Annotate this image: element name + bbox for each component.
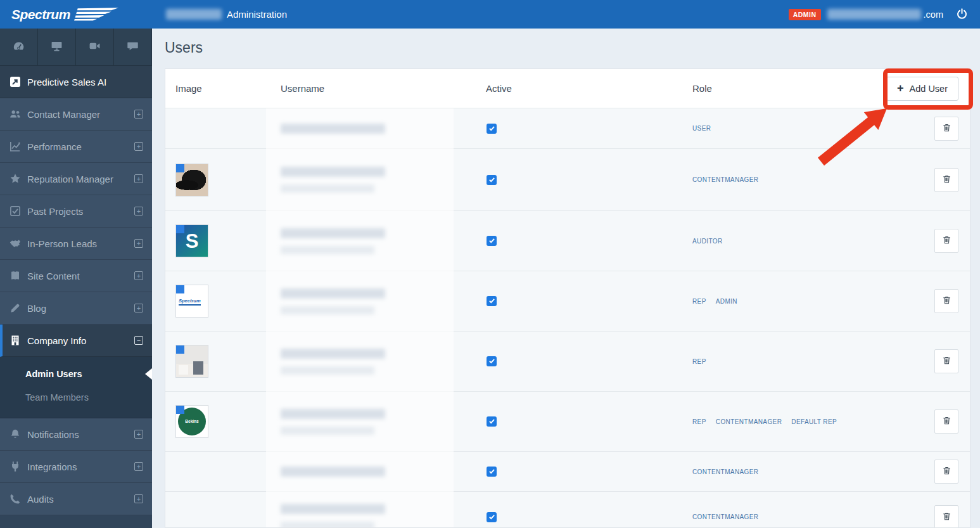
role-badge: AUDITOR — [692, 238, 723, 245]
sidebar-tab-video-camera[interactable] — [76, 29, 114, 65]
sidebar-tab-desktop[interactable] — [38, 29, 76, 65]
star-icon — [9, 172, 22, 185]
expand-plus-icon[interactable]: + — [134, 142, 143, 151]
sidebar-subitem-team-members[interactable]: Team Members — [0, 385, 152, 409]
thumbnail-corner-badge — [176, 406, 184, 414]
expand-plus-icon[interactable]: + — [134, 304, 143, 312]
user-image-s-logo[interactable]: S — [175, 224, 208, 257]
image-cell: S — [165, 224, 281, 257]
expand-plus-icon[interactable]: + — [134, 207, 143, 216]
trash-icon — [942, 512, 951, 523]
active-cell — [486, 124, 692, 134]
sidebar-item-past-projects[interactable]: Past Projects+ — [0, 195, 152, 228]
username-cell — [281, 409, 486, 435]
username-redacted — [281, 228, 385, 254]
sidebar-item-in-person-leads[interactable]: In-Person Leads+ — [0, 228, 152, 260]
delete-user-button[interactable] — [934, 289, 958, 313]
power-icon — [957, 8, 967, 21]
sidebar-item-performance[interactable]: Performance+ — [0, 131, 152, 163]
role-cell: USER — [692, 125, 875, 132]
phone-icon — [9, 493, 22, 505]
delete-user-button[interactable] — [934, 505, 958, 528]
trash-icon — [942, 466, 951, 477]
delete-user-button[interactable] — [934, 229, 958, 253]
sidebar-item-predictive-sales-ai[interactable]: Predictive Sales AI — [0, 66, 152, 98]
role-cell: CONTENTMANAGER — [692, 513, 875, 520]
column-header-active: Active — [486, 83, 692, 94]
active-cell — [486, 512, 692, 522]
logout-power-button[interactable] — [953, 6, 970, 23]
active-checkbox[interactable] — [487, 356, 497, 366]
sidebar-item-contact-manager[interactable]: Contact Manager+ — [0, 98, 152, 131]
username-redacted — [281, 409, 385, 435]
expand-plus-icon[interactable]: + — [134, 430, 143, 439]
sidebar-item-audits[interactable]: Audits+ — [0, 483, 152, 515]
role-badge: CONTENTMANAGER — [692, 468, 759, 475]
username-cell — [281, 124, 486, 134]
active-checkbox[interactable] — [487, 175, 497, 185]
active-checkbox[interactable] — [487, 124, 497, 134]
expand-plus-icon[interactable]: + — [134, 174, 143, 183]
sidebar-item-label: Site Content — [27, 271, 80, 281]
active-checkbox[interactable] — [487, 512, 497, 522]
delete-user-button[interactable] — [934, 117, 958, 141]
role-badge: CONTENTMANAGER — [692, 176, 759, 183]
table-row: BekinsREPCONTENTMANAGERDEFAULT REP — [165, 392, 970, 452]
sidebar-tab-dashboard[interactable] — [0, 29, 38, 65]
sidebar-item-notifications[interactable]: Notifications+ — [0, 418, 152, 451]
sidebar-item-company-info[interactable]: Company Info− — [0, 325, 152, 357]
expand-plus-icon[interactable]: + — [134, 110, 143, 119]
sidebar: Predictive Sales AIContact Manager+Perfo… — [0, 29, 152, 528]
sidebar-item-reputation-manager[interactable]: Reputation Manager+ — [0, 163, 152, 195]
active-item-caret-icon — [145, 368, 152, 380]
expand-plus-icon[interactable]: + — [134, 494, 143, 503]
expand-plus-icon[interactable]: + — [134, 271, 143, 280]
admin-app: Spectrum Administration ADMIN .com — [0, 0, 980, 528]
sidebar-item-label: Performance — [27, 141, 82, 152]
user-image-bekins-badge[interactable]: Bekins — [175, 405, 208, 438]
thumbnail-corner-badge — [176, 345, 184, 354]
check-square-icon — [9, 205, 22, 217]
user-image-bathroom-photo[interactable] — [175, 345, 208, 378]
active-checkbox[interactable] — [487, 296, 497, 306]
sidebar-item-site-content[interactable]: Site Content+ — [0, 260, 152, 292]
role-cell: CONTENTMANAGER — [692, 468, 875, 475]
delete-user-button[interactable] — [934, 349, 958, 373]
expand-plus-icon[interactable]: + — [134, 462, 143, 471]
sidebar-icon-tabs — [0, 29, 152, 66]
username-redacted — [281, 124, 385, 134]
dashboard-icon — [13, 40, 25, 55]
table-row: SAUDITOR — [165, 211, 970, 271]
username-cell — [281, 504, 486, 528]
sidebar-item-integrations[interactable]: Integrations+ — [0, 451, 152, 483]
image-cell — [165, 345, 281, 378]
sidebar-item-label: Notifications — [27, 429, 79, 440]
topbar-title: Administration — [227, 9, 287, 20]
trash-icon — [942, 123, 951, 134]
table-row: CONTENTMANAGER — [165, 452, 970, 492]
role-cell: REPADMIN — [692, 298, 875, 305]
sidebar-subitem-admin-users[interactable]: Admin Users — [0, 362, 152, 385]
delete-user-button[interactable] — [934, 460, 958, 484]
username-cell — [281, 467, 486, 477]
brand-logo[interactable]: Spectrum — [0, 0, 152, 29]
actions-cell — [875, 460, 970, 484]
active-checkbox[interactable] — [487, 467, 497, 477]
add-user-button[interactable]: + Add User — [886, 77, 958, 101]
user-image-spectrum-logo[interactable]: Spectrum — [175, 285, 208, 318]
active-checkbox[interactable] — [487, 236, 497, 246]
delete-user-button[interactable] — [934, 409, 958, 434]
delete-user-button[interactable] — [934, 168, 958, 192]
active-checkbox[interactable] — [487, 416, 497, 427]
role-badge: CONTENTMANAGER — [716, 418, 782, 425]
username-redacted — [281, 167, 385, 193]
check-icon — [488, 356, 495, 367]
collapse-minus-icon[interactable]: − — [134, 336, 143, 345]
sidebar-tab-chat[interactable] — [114, 29, 152, 65]
handshake-icon — [9, 237, 22, 250]
user-image-cat-photo[interactable] — [175, 164, 208, 196]
sidebar-item-blog[interactable]: Blog+ — [0, 292, 152, 325]
trash-icon — [942, 174, 951, 186]
role-badge: CONTENTMANAGER — [692, 513, 759, 520]
expand-plus-icon[interactable]: + — [134, 239, 143, 248]
